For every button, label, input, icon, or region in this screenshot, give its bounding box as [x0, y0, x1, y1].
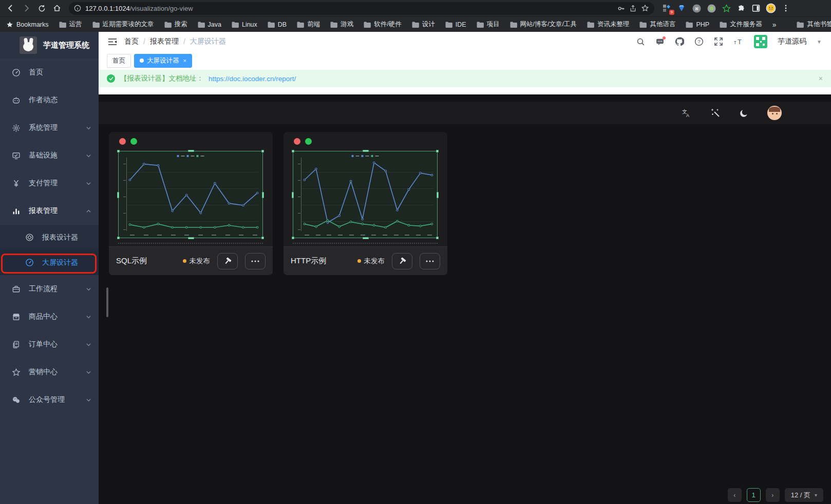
font-size-icon[interactable]: тT	[733, 37, 744, 46]
selection-handle[interactable]	[436, 237, 439, 239]
page-size-select[interactable]: 12 / 页 ▾	[785, 488, 823, 502]
sidebar-item-report-designer[interactable]: 报表设计器	[0, 225, 99, 250]
selection-handle[interactable]	[292, 150, 294, 152]
selection-handle[interactable]	[261, 237, 264, 239]
selection-handle[interactable]	[188, 237, 194, 239]
reload-icon[interactable]	[35, 2, 48, 15]
address-bar[interactable]: 127.0.0.1:1024/visualization/go-view	[69, 2, 654, 15]
password-key-icon[interactable]	[617, 5, 625, 12]
language-icon[interactable]: 文A	[681, 108, 692, 118]
bookmarks-manager[interactable]: Bookmarks	[6, 21, 49, 28]
sidebar-item-report[interactable]: 报表管理	[0, 197, 99, 225]
goview-user-avatar[interactable]	[767, 106, 782, 120]
profile-avatar-icon[interactable]	[766, 3, 776, 13]
selection-handle[interactable]	[437, 192, 439, 198]
selection-handle[interactable]	[292, 237, 294, 239]
chrome-menu-icon[interactable]	[781, 3, 791, 13]
scrollbar-thumb[interactable]	[106, 287, 108, 317]
breadcrumb-home[interactable]: 首页	[124, 37, 139, 46]
sidebar-item-product[interactable]: 商品中心	[0, 303, 99, 331]
selection-handle[interactable]	[261, 150, 264, 152]
tab-screen-designer[interactable]: 大屏设计器 ×	[134, 54, 192, 68]
selection-handle[interactable]	[117, 192, 119, 198]
edit-hammer-button[interactable]	[392, 253, 412, 269]
bookmark-folder[interactable]: IDE	[445, 21, 466, 28]
dark-mode-moon-icon[interactable]	[739, 108, 749, 118]
selection-handle[interactable]	[363, 150, 369, 152]
selection-handle[interactable]	[117, 150, 120, 152]
user-name[interactable]: 芋道源码	[778, 37, 806, 46]
fullscreen-icon[interactable]	[714, 37, 723, 46]
next-page-button[interactable]: ›	[766, 488, 780, 502]
bookmark-folder[interactable]: 设计	[412, 20, 435, 29]
extension-dot-icon[interactable]	[706, 3, 716, 13]
chart-preview[interactable]	[293, 151, 438, 238]
extension-gem-icon[interactable]	[676, 3, 687, 13]
bookmark-folder[interactable]: 项目	[477, 20, 500, 29]
sidebar-item-system[interactable]: 系统管理	[0, 114, 99, 142]
doc-link[interactable]: https://doc.iocoder.cn/report/	[209, 75, 296, 83]
bookmark-folder[interactable]: DB	[268, 21, 287, 28]
bookmark-folder[interactable]: 其他语言	[639, 20, 675, 29]
forward-icon[interactable]	[20, 2, 33, 15]
user-avatar-qr[interactable]	[754, 35, 767, 48]
site-info-icon[interactable]	[74, 5, 81, 12]
bookmark-folder[interactable]: Java	[198, 21, 221, 28]
tab-home[interactable]: 首页	[107, 54, 131, 68]
sidebar-item-workflow[interactable]: 工作流程	[0, 275, 99, 303]
bookmarks-overflow-chevron[interactable]: »	[772, 21, 777, 29]
bookmark-folder[interactable]: 资讯未整理	[587, 20, 630, 29]
github-icon[interactable]	[675, 37, 684, 46]
edit-hammer-button[interactable]	[217, 253, 238, 269]
sidebar-item-order[interactable]: 订单中心	[0, 331, 99, 358]
sidebar-item-wechat[interactable]: 公众号管理	[0, 386, 99, 414]
selection-handle[interactable]	[436, 150, 439, 152]
chevron-down-icon[interactable]: ▼	[817, 39, 822, 45]
sidebar-item-marketing[interactable]: 营销中心	[0, 358, 99, 386]
bookmark-star-icon[interactable]	[641, 4, 649, 12]
search-icon[interactable]	[636, 37, 645, 46]
selection-handle[interactable]	[363, 237, 369, 239]
share-icon[interactable]	[629, 5, 637, 12]
project-card-sql[interactable]: SQL示例 未发布	[109, 132, 273, 275]
bookmark-folder[interactable]: 软件/硬件	[364, 20, 401, 29]
more-options-button[interactable]	[245, 253, 266, 269]
extension-grid-icon[interactable]: 9	[662, 3, 672, 13]
sidebar-item-payment[interactable]: 支付管理	[0, 169, 99, 197]
selection-handle[interactable]	[262, 192, 264, 198]
selection-handle[interactable]	[292, 192, 294, 198]
extensions-puzzle-icon[interactable]	[736, 3, 746, 13]
bookmark-folder[interactable]: 前端	[297, 20, 320, 29]
app-logo-row[interactable]: 芋道管理系统	[0, 32, 99, 59]
bookmark-folder[interactable]: 网站/博客/文章/工具	[510, 20, 577, 29]
bookmark-folder[interactable]: 近期需要读的文章	[92, 20, 154, 29]
alert-close-icon[interactable]: ×	[819, 74, 823, 83]
help-icon[interactable]: ?	[694, 37, 704, 46]
close-icon[interactable]: ×	[183, 57, 186, 64]
sidebar-item-infra[interactable]: 基础设施	[0, 142, 99, 169]
more-options-button[interactable]	[420, 253, 440, 269]
home-icon[interactable]	[50, 2, 64, 15]
breadcrumb-report[interactable]: 报表管理	[150, 37, 179, 46]
magic-wand-icon[interactable]	[710, 108, 721, 118]
bookmark-folder[interactable]: 游戏	[330, 20, 353, 29]
selection-handle[interactable]	[117, 237, 120, 239]
prev-page-button[interactable]: ‹	[728, 488, 742, 502]
bookmark-folder[interactable]: 运营	[59, 20, 82, 29]
bookmark-folder[interactable]: 文件服务器	[720, 20, 762, 29]
project-card-http[interactable]: HTTP示例 未发布	[284, 132, 447, 275]
side-panel-icon[interactable]	[751, 3, 761, 13]
chart-preview[interactable]	[118, 151, 263, 238]
back-icon[interactable]	[4, 2, 17, 15]
extension-star-icon[interactable]	[721, 3, 731, 13]
message-icon[interactable]	[655, 37, 665, 46]
menu-collapse-icon[interactable]	[108, 38, 117, 46]
sidebar-item-author[interactable]: 作者动态	[0, 86, 99, 114]
sidebar-item-screen-designer[interactable]: 大屏设计器	[0, 250, 99, 275]
bookmark-folder[interactable]: Linux	[232, 21, 257, 28]
bookmark-folder[interactable]: PHP	[686, 21, 709, 28]
extension-command-icon[interactable]: ⌘	[691, 3, 702, 13]
bookmark-folder[interactable]: 搜索	[164, 20, 187, 29]
sidebar-item-home[interactable]: 首页	[0, 59, 99, 86]
page-number-button[interactable]: 1	[747, 488, 761, 502]
